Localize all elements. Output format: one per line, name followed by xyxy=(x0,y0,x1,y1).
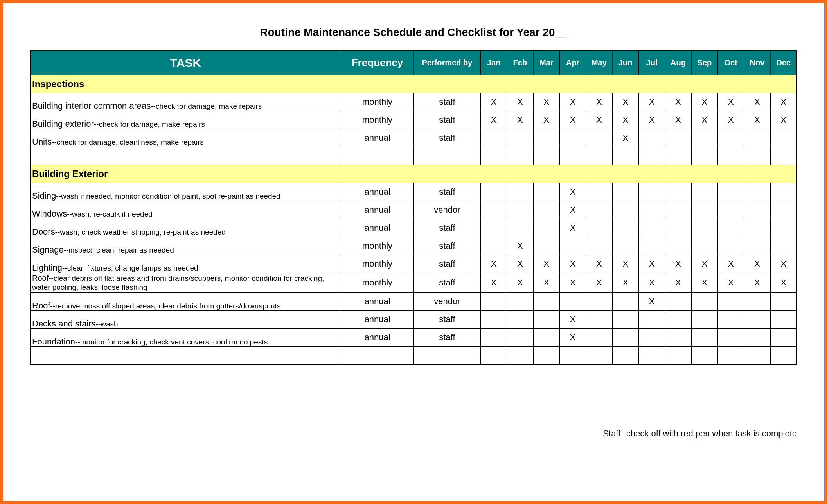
task-description: --check for damage, make repairs xyxy=(151,102,262,110)
task-cell: Units--check for damage, cleanliness, ma… xyxy=(31,129,341,147)
blank-cell xyxy=(586,346,612,364)
header-month: Jul xyxy=(638,51,665,75)
blank-cell xyxy=(770,346,796,364)
task-name: Building exterior xyxy=(32,119,94,129)
task-name: Units xyxy=(32,137,52,147)
month-cell xyxy=(559,292,586,310)
month-cell: X xyxy=(665,93,691,111)
month-cell xyxy=(770,201,796,219)
month-cell: X xyxy=(744,93,770,111)
task-name: Lighting xyxy=(32,263,62,273)
month-cell xyxy=(691,292,717,310)
month-cell xyxy=(533,201,559,219)
month-cell xyxy=(691,201,717,219)
performed-cell: staff xyxy=(414,273,480,293)
section-label: Inspections xyxy=(31,75,797,93)
month-cell xyxy=(744,219,770,237)
task-name: Foundation xyxy=(32,337,75,346)
month-cell xyxy=(533,129,559,147)
month-cell: X xyxy=(559,201,586,219)
month-cell xyxy=(770,129,796,147)
month-cell: X xyxy=(612,255,638,273)
month-cell xyxy=(612,328,638,346)
month-cell xyxy=(480,129,507,147)
blank-cell xyxy=(507,346,533,364)
month-cell: X xyxy=(744,273,770,293)
blank-cell xyxy=(638,147,665,165)
task-cell: Doors--wash, check weather stripping, re… xyxy=(31,219,341,237)
task-name: Building interior common areas xyxy=(32,101,151,111)
month-cell xyxy=(612,237,638,255)
month-cell xyxy=(744,292,770,310)
frequency-cell: monthly xyxy=(341,93,414,111)
month-cell xyxy=(744,183,770,201)
table-row: Decks and stairs--washannualstaffX xyxy=(31,310,797,328)
header-month: Jun xyxy=(612,51,638,75)
blank-cell xyxy=(414,147,480,165)
month-cell: X xyxy=(744,111,770,129)
month-cell xyxy=(770,328,796,346)
month-cell xyxy=(744,237,770,255)
task-cell: Windows--wash, re-caulk if needed xyxy=(31,201,341,219)
month-cell xyxy=(770,183,796,201)
month-cell xyxy=(507,310,533,328)
month-cell xyxy=(770,237,796,255)
blank-cell xyxy=(533,147,559,165)
month-cell: X xyxy=(480,273,507,293)
month-cell: X xyxy=(559,219,586,237)
header-task: TASK xyxy=(31,51,341,75)
month-cell xyxy=(638,129,665,147)
frequency-cell: annual xyxy=(341,310,414,328)
blank-cell xyxy=(744,346,770,364)
task-name: Signage xyxy=(32,245,64,255)
performed-cell: staff xyxy=(414,219,480,237)
month-cell xyxy=(612,219,638,237)
month-cell xyxy=(533,219,559,237)
month-cell xyxy=(638,328,665,346)
task-name: Roof xyxy=(32,301,50,310)
month-cell xyxy=(480,237,507,255)
month-cell: X xyxy=(480,111,507,129)
month-cell xyxy=(480,219,507,237)
table-row: Signage--inspect, clean, repair as neede… xyxy=(31,237,797,255)
month-cell xyxy=(770,310,796,328)
month-cell: X xyxy=(717,111,744,129)
month-cell xyxy=(638,310,665,328)
month-cell: X xyxy=(638,93,665,111)
month-cell xyxy=(717,310,744,328)
task-name: Doors xyxy=(32,227,55,237)
month-cell xyxy=(691,219,717,237)
month-cell xyxy=(691,183,717,201)
blank-cell xyxy=(480,346,507,364)
header-frequency: Frequency xyxy=(341,51,414,75)
blank-cell xyxy=(770,147,796,165)
month-cell: X xyxy=(559,273,586,293)
performed-cell: staff xyxy=(414,237,480,255)
month-cell xyxy=(691,237,717,255)
month-cell: X xyxy=(638,273,665,293)
blank-cell xyxy=(31,346,341,364)
month-cell xyxy=(717,328,744,346)
month-cell xyxy=(638,237,665,255)
month-cell xyxy=(612,310,638,328)
month-cell xyxy=(586,183,612,201)
frequency-cell: annual xyxy=(341,292,414,310)
table-row: Roof--remove moss off sloped areas, clea… xyxy=(31,292,797,310)
performed-cell: staff xyxy=(414,111,480,129)
task-description: --wash xyxy=(96,320,118,328)
blank-cell xyxy=(717,147,744,165)
month-cell xyxy=(691,328,717,346)
month-cell xyxy=(533,328,559,346)
month-cell: X xyxy=(559,255,586,273)
performed-cell: staff xyxy=(414,328,480,346)
blank-cell xyxy=(717,346,744,364)
table-row: Units--check for damage, cleanliness, ma… xyxy=(31,129,797,147)
month-cell: X xyxy=(717,93,744,111)
month-cell: X xyxy=(717,273,744,293)
header-month: Nov xyxy=(744,51,770,75)
month-cell: X xyxy=(638,292,665,310)
blank-cell xyxy=(612,147,638,165)
month-cell xyxy=(665,183,691,201)
month-cell: X xyxy=(480,93,507,111)
month-cell: X xyxy=(559,310,586,328)
